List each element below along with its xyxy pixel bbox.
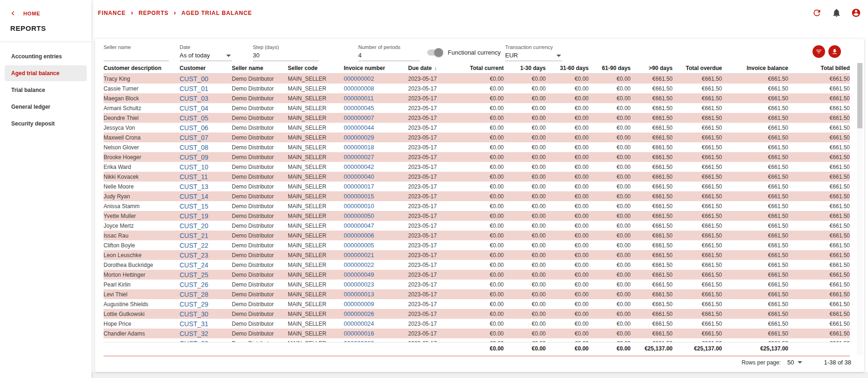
invoice-number-link[interactable]: 000000017 (344, 183, 408, 190)
step-days-input[interactable]: 30 (253, 52, 319, 59)
table-row[interactable]: Clifton BoyleCUST_22Demo DistributorMAIN… (104, 240, 850, 250)
table-row[interactable]: Levi ThielCUST_28Demo DistributorMAIN_SE… (104, 289, 850, 299)
table-row[interactable]: Joyce MertzCUST_20Demo DistributorMAIN_S… (104, 221, 850, 231)
table-row[interactable]: Anissa StammCUST_15Demo DistributorMAIN_… (104, 201, 850, 211)
rows-per-page-select[interactable]: 50 (787, 359, 802, 366)
invoice-number-link[interactable]: 000000005 (344, 242, 408, 249)
table-row[interactable]: Judy RyanCUST_14Demo DistributorMAIN_SEL… (104, 191, 850, 201)
customer-code-link[interactable]: CUST_24 (180, 261, 232, 269)
customer-code-link[interactable]: CUST_05 (180, 114, 232, 122)
sidebar-item-security-deposit[interactable]: Security deposit (5, 116, 87, 132)
invoice-number-link[interactable]: 000000016 (344, 330, 408, 337)
table-row[interactable]: Issac RauCUST_21Demo DistributorMAIN_SEL… (104, 231, 850, 240)
customer-code-link[interactable]: CUST_08 (180, 144, 232, 151)
customer-code-link[interactable]: CUST_30 (180, 310, 232, 318)
invoice-number-link[interactable]: 000000044 (344, 124, 408, 131)
customer-code-link[interactable]: CUST_26 (180, 281, 232, 288)
step-days-field[interactable]: Step (days) 30 (253, 44, 319, 61)
customer-code-link[interactable]: CUST_15 (180, 203, 232, 210)
table-row[interactable]: Lottie GutkowskiCUST_30Demo DistributorM… (104, 309, 850, 319)
invoice-number-link[interactable]: 000000011 (344, 95, 408, 102)
table-row[interactable]: Jessyca VonCUST_06Demo DistributorMAIN_S… (104, 123, 850, 133)
invoice-number-link[interactable]: 000000047 (344, 222, 408, 229)
column-header-invoice-balance[interactable]: Invoice balance (722, 65, 788, 71)
table-row[interactable]: Leon LeuschkeCUST_23Demo DistributorMAIN… (104, 250, 850, 260)
customer-code-link[interactable]: CUST_01 (180, 85, 232, 92)
table-row[interactable]: Pearl KirlinCUST_26Demo DistributorMAIN_… (104, 280, 850, 289)
table-row[interactable]: Maxwell CronaCUST_07Demo DistributorMAIN… (104, 133, 850, 142)
customer-code-link[interactable]: CUST_07 (180, 134, 232, 141)
sidebar-item-accounting-entries[interactable]: Accounting entries (5, 49, 87, 64)
table-row[interactable]: Nelson GloverCUST_08Demo DistributorMAIN… (104, 142, 850, 152)
table-row[interactable]: Morton HettingerCUST_25Demo DistributorM… (104, 270, 850, 280)
customer-code-link[interactable]: CUST_21 (180, 232, 232, 239)
customer-code-link[interactable]: CUST_22 (180, 242, 232, 249)
seller-name-input[interactable] (104, 52, 169, 59)
column-header-61-90-days[interactable]: 61-90 days (589, 65, 631, 71)
customer-code-link[interactable]: CUST_13 (180, 183, 232, 190)
invoice-number-link[interactable]: 000000029 (344, 134, 408, 141)
invoice-number-link[interactable]: 000000009 (344, 301, 408, 308)
customer-code-link[interactable]: CUST_09 (180, 154, 232, 161)
filter-button[interactable] (812, 45, 825, 58)
invoice-number-link[interactable]: 000000021 (344, 252, 408, 259)
invoice-number-link[interactable]: 000000007 (344, 114, 408, 121)
customer-code-link[interactable]: CUST_20 (180, 222, 232, 230)
number-of-periods-input[interactable]: 4 (358, 52, 420, 59)
customer-code-link[interactable]: CUST_31 (180, 320, 232, 328)
column-header-customer[interactable]: Customer (180, 65, 232, 71)
table-row[interactable]: Hope PriceCUST_31Demo DistributorMAIN_SE… (104, 319, 850, 329)
table-row[interactable]: Nikki KovacekCUST_11Demo DistributorMAIN… (104, 172, 850, 182)
invoice-number-link[interactable]: 000000013 (344, 291, 408, 298)
customer-code-link[interactable]: CUST_29 (180, 301, 232, 308)
customer-code-link[interactable]: CUST_14 (180, 193, 232, 200)
invoice-number-link[interactable]: 000000050 (344, 212, 408, 219)
date-select[interactable]: Date As of today (180, 44, 232, 61)
sidebar-item-trial-balance[interactable]: Trial balance (5, 82, 87, 98)
table-row[interactable]: Yvette MullerCUST_19Demo DistributorMAIN… (104, 211, 850, 221)
table-row[interactable]: Brooke HoegerCUST_09Demo DistributorMAIN… (104, 152, 850, 162)
customer-code-link[interactable]: CUST_32 (180, 330, 232, 337)
table-row[interactable]: Tracy KingCUST_00Demo DistributorMAIN_SE… (104, 74, 850, 84)
account-icon[interactable] (851, 8, 861, 18)
notifications-bell-icon[interactable] (832, 8, 841, 18)
customer-code-link[interactable]: CUST_11 (180, 173, 232, 181)
invoice-number-link[interactable]: 000000027 (344, 154, 408, 161)
column-header-due-date[interactable]: Due date↓ (408, 65, 462, 71)
seller-name-field[interactable]: Seller name (104, 44, 169, 61)
invoice-number-link[interactable]: 000000018 (344, 144, 408, 151)
invoice-number-link[interactable]: 000000045 (344, 105, 408, 112)
customer-code-link[interactable]: CUST_00 (180, 75, 232, 83)
invoice-number-link[interactable]: 000000023 (344, 281, 408, 288)
table-row[interactable]: CUST_33Demo DistributorMAIN_SELLER000000… (104, 338, 850, 342)
customer-code-link[interactable]: CUST_28 (180, 291, 232, 298)
breadcrumb-finance[interactable]: FINANCE (98, 10, 126, 16)
column-header-total-overdue[interactable]: Total overdue (673, 65, 722, 71)
breadcrumb-aged-trial-balance[interactable]: AGED TRIAL BALANCE (181, 10, 252, 16)
functional-currency-toggle[interactable] (427, 49, 442, 56)
home-link[interactable]: HOME (0, 0, 91, 16)
invoice-number-link[interactable]: 000000015 (344, 193, 408, 200)
column-header-customer-description[interactable]: Customer description (104, 65, 180, 71)
invoice-number-link[interactable]: 000000008 (344, 85, 408, 92)
customer-code-link[interactable]: CUST_23 (180, 252, 232, 259)
column-header-31-60-days[interactable]: 31-60 days (546, 65, 589, 71)
invoice-number-link[interactable]: 000000049 (344, 271, 408, 278)
invoice-number-link[interactable]: 000000010 (344, 203, 408, 210)
table-row[interactable]: Nelle MooreCUST_13Demo DistributorMAIN_S… (104, 182, 850, 191)
invoice-number-link[interactable]: 000000022 (344, 261, 408, 268)
sidebar-item-general-ledger[interactable]: General ledger (5, 99, 87, 115)
table-row[interactable]: Cassie TurnerCUST_01Demo DistributorMAIN… (104, 84, 850, 93)
download-button[interactable] (828, 45, 841, 58)
table-row[interactable]: Armani SchultzCUST_04Demo DistributorMAI… (104, 103, 850, 113)
customer-code-link[interactable]: CUST_06 (180, 124, 232, 132)
number-of-periods-field[interactable]: Number of periods 4 (358, 44, 420, 61)
table-row[interactable]: Chandler AdamsCUST_32Demo DistributorMAI… (104, 329, 850, 338)
refresh-icon[interactable] (812, 8, 822, 18)
vertical-scrollbar[interactable] (857, 63, 863, 355)
table-row[interactable]: Dorothea BuckridgeCUST_24Demo Distributo… (104, 260, 850, 270)
table-row[interactable]: Maegan BlockCUST_03Demo DistributorMAIN_… (104, 93, 850, 103)
table-row[interactable]: Deondre ThielCUST_05Demo DistributorMAIN… (104, 113, 850, 123)
column-header-total-billed[interactable]: Total billed (788, 65, 850, 71)
table-row[interactable]: Erika WardCUST_10Demo DistributorMAIN_SE… (104, 162, 850, 172)
